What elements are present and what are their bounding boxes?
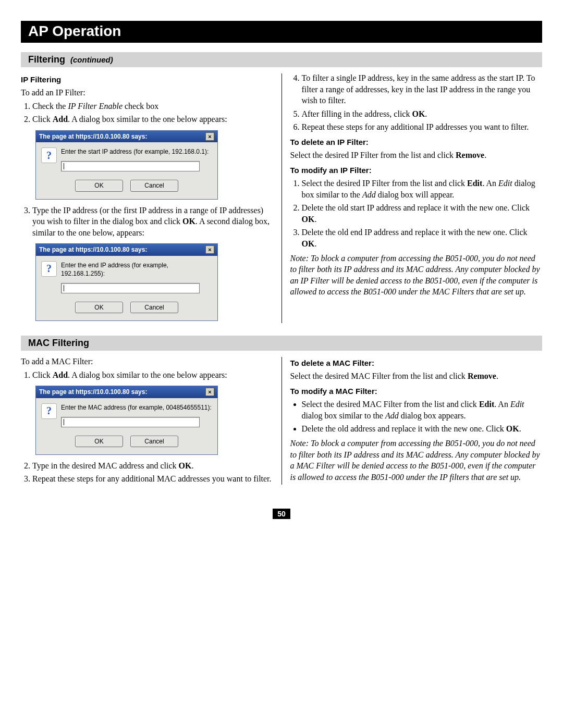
- mac-mod-1: Select the desired MAC Filter from the l…: [302, 399, 543, 421]
- text: Delete the old end IP address and replac…: [302, 228, 528, 237]
- text-em: Edit: [498, 179, 512, 188]
- text-bold: OK: [302, 239, 315, 248]
- cancel-button[interactable]: Cancel: [130, 302, 178, 313]
- question-icon: ?: [41, 261, 57, 277]
- ip-step-1: Check the IP Filter Enable check box: [32, 101, 273, 112]
- ip-step-3: Type the IP address (or the first IP add…: [32, 205, 273, 239]
- text: dialog box will appear.: [376, 190, 455, 199]
- page-title: AP Operation: [21, 21, 542, 43]
- text: Select the desired MAC Filter from the l…: [290, 372, 468, 380]
- ok-button[interactable]: OK: [75, 302, 123, 313]
- dialog-input[interactable]: [61, 283, 200, 293]
- dialog-input[interactable]: [61, 417, 200, 427]
- text-bold: Edit: [479, 400, 494, 409]
- text-bold: OK: [302, 215, 315, 224]
- text: Delete the old address and replace it wi…: [302, 424, 506, 433]
- ip-step-5: After filling in the address, click OK.: [302, 108, 543, 120]
- dialog-title-text: The page at https://10.0.100.80 says:: [39, 388, 147, 396]
- close-icon[interactable]: ×: [205, 388, 214, 396]
- text: .: [314, 239, 316, 248]
- dialog-prompt: Enter the end IP address (for example, 1…: [61, 261, 212, 278]
- ip-modify-heading: To modify an IP Filter:: [290, 165, 543, 176]
- filtering-continued: (continued): [70, 55, 113, 64]
- ip-mod-2: Delete the old start IP address and repl…: [302, 202, 543, 225]
- text: .: [484, 151, 486, 159]
- ok-button[interactable]: OK: [75, 180, 123, 191]
- text: dialog box similar to the: [302, 411, 385, 420]
- ip-mod-3: Delete the old end IP address and replac…: [302, 227, 543, 249]
- mac-filtering-heading: MAC Filtering: [21, 336, 542, 351]
- mac-step-2: Type in the desired MAC address and clic…: [32, 460, 273, 472]
- text: Delete the old start IP address and repl…: [302, 203, 530, 212]
- text-bold: Add: [53, 115, 68, 124]
- dialog-input[interactable]: [61, 161, 200, 171]
- text: Select the desired IP Filter from the li…: [290, 151, 456, 159]
- mac-mod-2: Delete the old address and replace it wi…: [302, 423, 543, 435]
- ip-filtering-heading: IP Filtering: [21, 75, 273, 85]
- column-divider: [282, 357, 282, 485]
- text-bold: OK: [412, 109, 425, 118]
- text: Check the: [32, 102, 68, 110]
- text-em: Add: [362, 190, 376, 199]
- cancel-button[interactable]: Cancel: [130, 436, 178, 447]
- close-icon[interactable]: ×: [205, 132, 214, 141]
- ip-mod-1: Select the desired IP Filter from the li…: [302, 178, 543, 200]
- close-icon[interactable]: ×: [205, 245, 214, 254]
- ip-step-4: To filter a single IP address, key in th…: [302, 72, 543, 106]
- text-bold: OK: [506, 424, 519, 433]
- mac-delete-text: Select the desired MAC Filter from the l…: [290, 371, 543, 382]
- text: . A dialog box similar to the one below …: [68, 371, 227, 379]
- mac-step-3: Repeat these steps for any additional MA…: [32, 473, 273, 485]
- text: Select the desired MAC Filter from the l…: [302, 400, 479, 409]
- question-icon: ?: [41, 403, 57, 419]
- ip-step-6: Repeat these steps for any additional IP…: [302, 121, 543, 133]
- dialog-start-ip: The page at https://10.0.100.80 says: × …: [35, 130, 218, 200]
- text: .: [191, 461, 193, 470]
- column-divider: [282, 73, 282, 323]
- text-bold: OK: [182, 217, 195, 226]
- text-bold: Edit: [467, 179, 482, 188]
- mac-delete-heading: To delete a MAC Filter:: [290, 358, 543, 368]
- question-icon: ?: [41, 147, 57, 163]
- text: check box: [123, 102, 158, 110]
- mac-modify-heading: To modify a MAC Filter:: [290, 386, 543, 397]
- text: Type in the desired MAC address and clic…: [32, 461, 179, 470]
- cancel-button[interactable]: Cancel: [130, 180, 178, 191]
- text: Click: [32, 115, 53, 124]
- mac-note: Note: To block a computer from accessing…: [290, 438, 543, 483]
- ip-intro: To add an IP Filter:: [21, 87, 273, 98]
- text-bold: Add: [53, 371, 68, 379]
- mac-intro: To add a MAC Filter:: [21, 356, 273, 367]
- text: . A dialog box similar to the one below …: [68, 115, 227, 124]
- text: . An: [494, 400, 510, 409]
- text-bold: Remove: [456, 151, 484, 159]
- ip-step-2: Click Add. A dialog box similar to the o…: [32, 114, 273, 125]
- text-em: Add: [385, 411, 399, 420]
- page-number: 50: [273, 509, 290, 519]
- text-bold: Remove: [468, 372, 496, 380]
- text: Click: [32, 371, 53, 379]
- text-em: IP Filter Enable: [68, 102, 123, 110]
- text: .: [314, 215, 316, 224]
- ip-delete-text: Select the desired IP Filter from the li…: [290, 150, 543, 161]
- ip-delete-heading: To delete an IP Filter:: [290, 137, 543, 147]
- dialog-title-text: The page at https://10.0.100.80 says:: [39, 245, 147, 254]
- ok-button[interactable]: OK: [75, 436, 123, 447]
- text: .: [496, 372, 498, 380]
- ip-note: Note: To block a computer from accessing…: [290, 253, 543, 298]
- dialog-title-text: The page at https://10.0.100.80 says:: [39, 132, 147, 141]
- text-em: Edit: [510, 400, 524, 409]
- mac-filtering-label: MAC Filtering: [28, 338, 89, 348]
- mac-step-1: Click Add. A dialog box similar to the o…: [32, 369, 273, 381]
- text: .: [519, 424, 521, 433]
- dialog-mac: The page at https://10.0.100.80 says: × …: [35, 386, 218, 455]
- text: dialog box appears.: [399, 411, 466, 420]
- text-bold: OK: [179, 461, 192, 470]
- filtering-label: Filtering: [28, 54, 65, 65]
- text: . An: [482, 179, 498, 188]
- dialog-prompt: Enter the start IP address (for example,…: [61, 147, 212, 156]
- text: Select the desired IP Filter from the li…: [302, 179, 468, 188]
- dialog-prompt: Enter the MAC address (for example, 0048…: [61, 403, 212, 412]
- filtering-heading: Filtering (continued): [21, 52, 542, 67]
- dialog-end-ip: The page at https://10.0.100.80 says: × …: [35, 243, 218, 321]
